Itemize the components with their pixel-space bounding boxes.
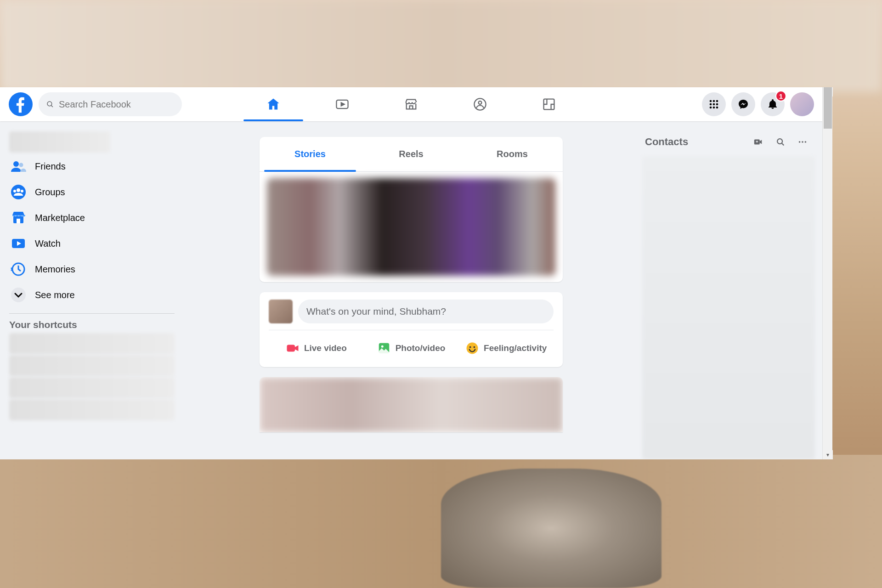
sidebar-label: See more (35, 290, 75, 300)
browser-scrollbar[interactable]: ▴ ▾ (822, 87, 832, 459)
menu-button[interactable] (702, 92, 726, 116)
svg-point-14 (713, 107, 715, 109)
composer-avatar[interactable] (269, 300, 293, 323)
video-plus-icon (753, 137, 763, 147)
svg-rect-23 (17, 219, 20, 223)
right-sidebar: Contacts (639, 121, 822, 459)
gaming-icon (542, 97, 556, 112)
svg-point-38 (799, 141, 801, 143)
marketplace-sidebar-icon (9, 209, 28, 227)
facebook-logo[interactable] (8, 92, 33, 117)
tab-stories[interactable]: Stories (260, 137, 361, 171)
svg-point-19 (17, 188, 20, 192)
photo-video-button[interactable]: Photo/video (364, 337, 459, 360)
sidebar-item-seemore[interactable]: See more (5, 282, 179, 308)
shortcut-item[interactable] (9, 377, 175, 398)
feeling-activity-button[interactable]: Feeling/activity (458, 337, 554, 360)
svg-point-30 (467, 343, 478, 354)
scroll-down-icon[interactable]: ▾ (823, 450, 833, 459)
sidebar-label: Groups (35, 187, 65, 198)
nav-gaming[interactable] (514, 87, 583, 121)
svg-point-11 (713, 103, 715, 106)
sidebar-item-friends[interactable]: Friends (5, 153, 179, 179)
sidebar-item-marketplace[interactable]: Marketplace (5, 205, 179, 231)
stories-row[interactable] (260, 172, 563, 282)
post-composer: What's on your mind, Shubham? Live video… (260, 292, 563, 367)
messenger-button[interactable] (731, 92, 755, 116)
tab-reels[interactable]: Reels (361, 137, 462, 171)
sidebar-profile-row[interactable] (9, 131, 110, 153)
svg-point-15 (716, 107, 718, 109)
groups-icon (473, 97, 487, 112)
nav-watch[interactable] (308, 87, 377, 121)
contacts-list[interactable] (642, 156, 815, 459)
svg-point-5 (479, 101, 482, 104)
svg-point-32 (474, 346, 475, 348)
contacts-header: Contacts (642, 132, 815, 153)
shortcuts-heading: Your shortcuts (9, 319, 175, 330)
svg-point-1 (47, 102, 52, 106)
svg-point-21 (21, 190, 23, 192)
left-sidebar: Friends Groups Marketplace Watch (0, 121, 184, 459)
watch-sidebar-icon (9, 234, 28, 253)
facebook-app-window: 1 Friends Groups (0, 87, 822, 459)
svg-line-2 (51, 106, 53, 107)
watch-icon (335, 97, 350, 112)
svg-point-20 (13, 190, 16, 192)
shortcut-item[interactable] (9, 333, 175, 354)
center-nav (239, 87, 583, 121)
svg-point-40 (805, 141, 807, 143)
top-bar: 1 (0, 87, 822, 121)
tab-rooms[interactable]: Rooms (462, 137, 563, 171)
memories-icon (9, 260, 28, 278)
sidebar-label: Marketplace (35, 213, 85, 223)
svg-point-8 (713, 100, 715, 102)
composer-actions: Live video Photo/video Feeling/activity (269, 337, 554, 360)
svg-point-9 (716, 100, 718, 102)
notifications-button[interactable]: 1 (761, 92, 785, 116)
nav-groups[interactable] (446, 87, 514, 121)
shortcut-item[interactable] (9, 399, 175, 420)
nav-marketplace[interactable] (377, 87, 446, 121)
composer-input[interactable]: What's on your mind, Shubham? (298, 300, 554, 323)
messenger-icon (738, 99, 749, 110)
grid-icon (708, 99, 719, 110)
search-icon (46, 100, 54, 109)
sidebar-label: Memories (35, 264, 75, 275)
divider (269, 330, 554, 330)
story-tabs: Stories Reels Rooms (260, 137, 563, 172)
nav-home[interactable] (239, 87, 308, 121)
search-input[interactable] (59, 99, 175, 110)
home-icon (266, 97, 281, 112)
svg-rect-35 (757, 141, 757, 143)
sidebar-item-groups[interactable]: Groups (5, 179, 179, 205)
feeling-icon (465, 341, 479, 355)
feed-post[interactable] (260, 377, 563, 432)
profile-avatar[interactable] (790, 92, 814, 116)
scrollbar-thumb[interactable] (824, 87, 832, 129)
svg-point-36 (777, 139, 782, 144)
svg-point-13 (710, 107, 712, 109)
search-box[interactable] (39, 92, 182, 116)
action-label: Photo/video (396, 343, 446, 353)
photo-video-icon (377, 341, 391, 355)
svg-point-39 (802, 141, 803, 143)
center-feed: Stories Reels Rooms What's on your mind,… (184, 121, 639, 459)
action-label: Feeling/activity (484, 343, 547, 353)
sidebar-label: Watch (35, 238, 61, 249)
sidebar-item-memories[interactable]: Memories (5, 256, 179, 282)
svg-point-12 (716, 103, 718, 106)
chevron-down-icon (9, 286, 28, 304)
new-room-button[interactable] (749, 132, 768, 152)
svg-point-16 (13, 161, 19, 167)
body: Friends Groups Marketplace Watch (0, 121, 822, 459)
contacts-options-button[interactable] (793, 132, 812, 152)
search-contacts-button[interactable] (771, 132, 790, 152)
notification-badge: 1 (775, 90, 786, 102)
story-thumbnail[interactable] (267, 178, 555, 276)
live-video-button[interactable]: Live video (269, 337, 364, 360)
contacts-title: Contacts (645, 136, 746, 148)
shortcut-item[interactable] (9, 355, 175, 376)
bell-icon (767, 99, 778, 110)
sidebar-item-watch[interactable]: Watch (5, 231, 179, 256)
